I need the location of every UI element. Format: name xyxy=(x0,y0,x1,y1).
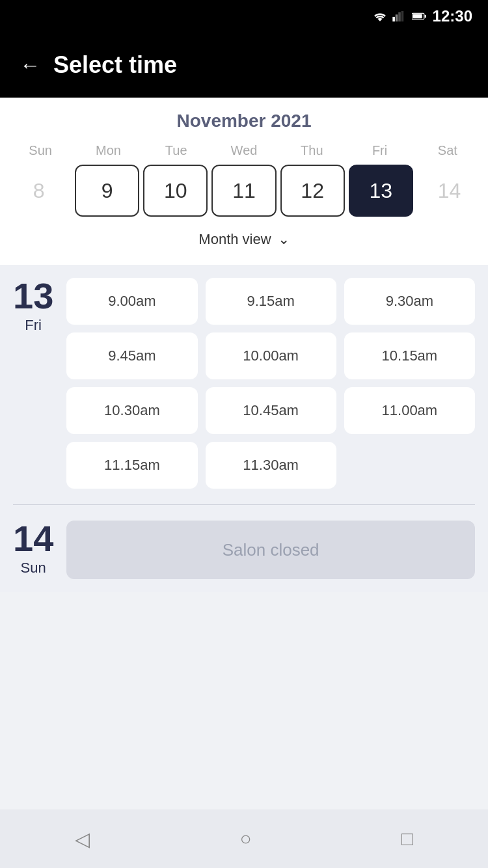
time-slot-1130am[interactable]: 11.30am xyxy=(206,442,336,489)
time-slot-1045am[interactable]: 10.45am xyxy=(206,387,336,434)
time-slot-915am[interactable]: 9.15am xyxy=(206,278,336,325)
day-num-13: 13 xyxy=(13,278,53,314)
time-slot-945am[interactable]: 9.45am xyxy=(66,332,197,379)
page-title: Select time xyxy=(53,51,177,79)
month-view-toggle[interactable]: Month view ⌄ xyxy=(0,224,488,258)
chevron-down-icon: ⌄ xyxy=(278,231,290,248)
month-title: November 2021 xyxy=(0,111,488,131)
svg-rect-5 xyxy=(424,15,426,18)
time-slot-1015am[interactable]: 10.15am xyxy=(344,332,475,379)
weekday-wed: Wed xyxy=(210,143,278,158)
svg-rect-0 xyxy=(392,17,395,21)
weekday-tue: Tue xyxy=(142,143,210,158)
status-bar: 12:30 xyxy=(0,0,488,33)
day-label-13: 13 Fri xyxy=(13,278,53,334)
day-12[interactable]: 12 xyxy=(280,165,345,217)
svg-rect-3 xyxy=(401,11,403,21)
day-section-14: 14 Sun Salon closed xyxy=(13,521,475,579)
signal-icon xyxy=(392,11,407,21)
status-time: 12:30 xyxy=(433,7,472,25)
day-9[interactable]: 9 xyxy=(75,165,139,217)
day-name-14: Sun xyxy=(13,560,53,576)
time-slot-1100am[interactable]: 11.00am xyxy=(344,387,475,434)
calendar-section: November 2021 Sun Mon Tue Wed Thu Fri Sa… xyxy=(0,98,488,265)
time-slot-1115am[interactable]: 11.15am xyxy=(66,442,197,489)
nav-recent-button[interactable]: □ xyxy=(401,828,413,850)
weekday-sat: Sat xyxy=(414,143,481,158)
timeslots-area: 13 Fri 9.00am 9.15am 9.30am 9.45am 10.00… xyxy=(0,265,488,592)
time-grid-13: 9.00am 9.15am 9.30am 9.45am 10.00am 10.1… xyxy=(66,278,475,489)
nav-back-button[interactable]: ◁ xyxy=(75,828,90,850)
status-icons xyxy=(373,11,426,21)
nav-home-button[interactable]: ○ xyxy=(239,828,251,850)
weekday-sun: Sun xyxy=(7,143,74,158)
back-button[interactable]: ← xyxy=(20,55,40,75)
time-slot-1000am[interactable]: 10.00am xyxy=(206,332,336,379)
svg-rect-2 xyxy=(398,12,401,21)
svg-rect-6 xyxy=(413,14,422,18)
time-slot-1030am[interactable]: 10.30am xyxy=(66,387,197,434)
salon-closed-message: Salon closed xyxy=(66,521,475,579)
weekday-thu: Thu xyxy=(278,143,346,158)
day-13[interactable]: 13 xyxy=(349,165,413,217)
month-view-label: Month view xyxy=(198,231,271,248)
divider xyxy=(13,504,475,505)
weekdays-row: Sun Mon Tue Wed Thu Fri Sat xyxy=(0,143,488,158)
time-slot-900am[interactable]: 9.00am xyxy=(66,278,197,325)
svg-rect-1 xyxy=(395,14,398,21)
header: ← Select time xyxy=(0,33,488,98)
closed-row-14: 14 Sun Salon closed xyxy=(13,521,475,579)
day-name-13: Fri xyxy=(13,317,53,334)
bottom-nav: ◁ ○ □ xyxy=(0,809,488,868)
day-label-14: 14 Sun xyxy=(13,521,53,576)
day-14[interactable]: 14 xyxy=(417,165,481,217)
weekday-mon: Mon xyxy=(74,143,142,158)
day-8[interactable]: 8 xyxy=(7,165,71,217)
day-num-14: 14 xyxy=(13,521,53,557)
wifi-icon xyxy=(373,11,387,21)
battery-icon xyxy=(412,11,426,21)
weekday-fri: Fri xyxy=(346,143,413,158)
day-section-13: 13 Fri 9.00am 9.15am 9.30am 9.45am 10.00… xyxy=(13,278,475,489)
day-11[interactable]: 11 xyxy=(211,165,276,217)
day-10[interactable]: 10 xyxy=(143,165,208,217)
days-row: 8 9 10 11 12 13 14 xyxy=(0,165,488,217)
time-slot-930am[interactable]: 9.30am xyxy=(344,278,475,325)
day-header-13: 13 Fri 9.00am 9.15am 9.30am 9.45am 10.00… xyxy=(13,278,475,489)
